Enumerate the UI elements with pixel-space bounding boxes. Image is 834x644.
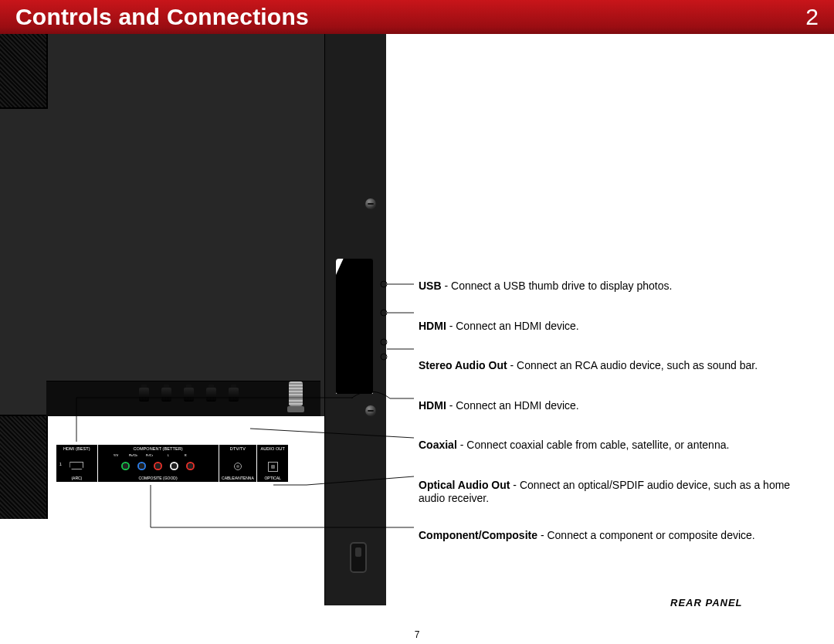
- callout-hdmi-side: HDMI - Connect an HDMI device.: [419, 320, 805, 334]
- jack-icon: [206, 388, 216, 402]
- pin-pr: Pr/Cr: [146, 453, 153, 457]
- panel-component-cell: COMPONENT (BETTER) Y/V Pb/Cb Pr/Cr L R C…: [98, 445, 219, 482]
- page-number: 7: [0, 629, 834, 640]
- panel-dtv-sub: CABLE/ANTENNA: [219, 476, 257, 480]
- bottom-port-strip: [46, 381, 320, 416]
- panel-hdmi-num: 1: [59, 462, 62, 466]
- pin-r: R: [185, 453, 187, 457]
- panel-comp-sub: COMPOSITE (GOOD): [98, 476, 219, 480]
- panel-aud-header: AUDIO OUT: [257, 446, 288, 451]
- component-y-icon: [121, 462, 130, 470]
- callout-component: Component/Composite - Connect a componen…: [419, 529, 805, 543]
- panel-hdmi-sub: (ARC): [56, 476, 97, 480]
- screw-icon: [365, 405, 376, 416]
- component-pr-icon: [154, 462, 162, 470]
- optical-icon: [268, 462, 278, 472]
- panel-dtv-header: DTV/TV: [219, 446, 257, 451]
- callout-sep: -: [457, 439, 466, 451]
- rca-l-label: L: [367, 353, 369, 358]
- chapter-banner: Controls and Connections 2: [0, 0, 834, 34]
- callout-sep: -: [507, 359, 517, 371]
- jack-icon: [139, 388, 149, 402]
- rca-white-icon: [356, 351, 364, 360]
- pin-yv: Y/V: [114, 453, 118, 457]
- component-jacks: [139, 388, 239, 402]
- section-label: REAR PANEL: [670, 597, 743, 608]
- callout-bold: HDMI: [419, 320, 446, 332]
- callout-text: Connect a USB thumb drive to display pho…: [451, 280, 672, 292]
- power-switch-icon: [350, 542, 367, 573]
- panel-hdmi-header: HDMI (BEST): [56, 446, 97, 451]
- composite-l-icon: [170, 462, 178, 470]
- callout-text: Connect a component or composite device.: [547, 529, 754, 541]
- chapter-number: 2: [805, 4, 819, 30]
- callout-bold: Component/Composite: [419, 529, 537, 541]
- callout-stereo: Stereo Audio Out - Connect an RCA audio …: [419, 359, 805, 373]
- callout-text: Connect an HDMI device.: [456, 320, 579, 332]
- callout-text: Connect an RCA audio device, such as sou…: [517, 359, 758, 371]
- jack-icon: [161, 388, 171, 402]
- callout-bold: HDMI: [419, 399, 446, 412]
- callout-coax: Coaxial - Connect coaxial cable from cab…: [419, 439, 805, 452]
- panel-aud-sub: OPTICAL: [257, 476, 288, 480]
- side-hdmi-label: HDMI (BEST): [336, 327, 345, 350]
- callout-sep: -: [446, 320, 456, 332]
- bottom-label-panel: HDMI (BEST) 1 (ARC) COMPONENT (BETTER) Y…: [56, 444, 289, 483]
- callout-sep: -: [537, 529, 547, 541]
- pin-pb: Pb/Cb: [129, 453, 137, 457]
- callout-bold: Optical Audio Out: [419, 479, 510, 491]
- coax-icon: [234, 463, 242, 470]
- page-title: Controls and Connections: [15, 4, 309, 30]
- pin-l: L: [168, 453, 169, 457]
- callout-sep: -: [442, 280, 451, 292]
- jack-icon: [184, 388, 194, 402]
- callout-sep: -: [446, 399, 456, 412]
- tv-rear-illustration: [0, 34, 324, 416]
- callout-bold: Coaxial: [419, 439, 457, 451]
- callout-text: Connect coaxial cable from cable, satell…: [466, 439, 729, 451]
- screw-icon: [365, 198, 376, 209]
- callout-sep: -: [510, 479, 519, 491]
- rca-r-label: R: [367, 337, 370, 342]
- callout-bold: USB: [419, 280, 442, 292]
- side-usb-label: USB: [336, 293, 341, 317]
- hdmi-port-icon: [354, 303, 366, 320]
- callout-bold: Stereo Audio Out: [419, 359, 507, 371]
- panel-audio-cell: AUDIO OUT OPTICAL: [257, 445, 288, 482]
- panel-comp-header: COMPONENT (BETTER): [98, 446, 219, 451]
- callout-column: USB - Connect a USB thumb drive to displ…: [419, 280, 805, 568]
- usb-port-icon: [355, 274, 364, 291]
- side-port-plate: USB HDMI (BEST) AUDIO OUT R L: [336, 259, 373, 394]
- coax-connector-icon: [289, 381, 303, 406]
- composite-r-icon: [186, 462, 195, 470]
- hdmi-icon: [70, 462, 83, 469]
- callout-optical: Optical Audio Out - Connect an optical/S…: [419, 479, 805, 506]
- rca-red-icon: [356, 336, 364, 344]
- callout-text: Connect an HDMI device.: [456, 399, 579, 412]
- side-audio-label: AUDIO OUT: [336, 367, 345, 390]
- callout-hdmi-bottom: HDMI - Connect an HDMI device.: [419, 399, 805, 413]
- panel-dtv-cell: DTV/TV CABLE/ANTENNA: [219, 445, 258, 482]
- callout-usb: USB - Connect a USB thumb drive to displ…: [419, 280, 805, 293]
- panel-hdmi-cell: HDMI (BEST) 1 (ARC): [56, 445, 98, 482]
- component-pb-icon: [137, 462, 146, 470]
- jack-icon: [229, 388, 239, 402]
